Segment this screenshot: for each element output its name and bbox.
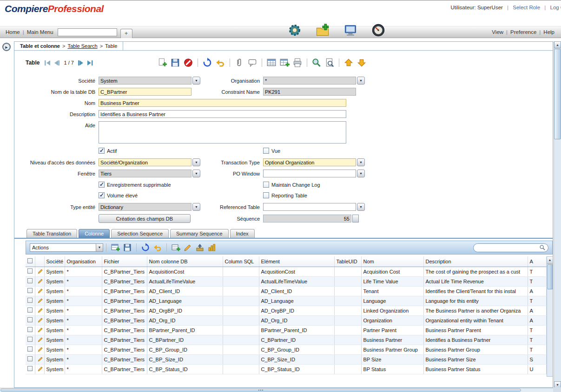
grid-save-icon[interactable] [123,243,132,252]
chat-icon[interactable] [247,58,257,68]
table-row[interactable]: System*C_BPartner_TiersAD_Client_IDAD_Cl… [26,286,546,296]
select-role-link[interactable]: Select Role [513,5,540,10]
table-db-field[interactable] [99,88,191,96]
table-row[interactable]: System*C_BPartner_TiersAD_OrgBP_IDAD_Org… [26,306,546,315]
row-select-checkbox[interactable] [27,356,33,361]
last-record-icon[interactable] [86,59,94,66]
row-edit-icon[interactable] [37,317,44,323]
parent-record-icon[interactable] [343,58,354,68]
po-window-dropdown-button[interactable]: ▼ [357,170,365,177]
fenetre-field[interactable] [99,170,191,177]
tab-colonne[interactable]: Colonne [79,229,110,238]
nom-field[interactable] [99,99,346,107]
row-edit-icon[interactable] [37,297,44,304]
tab-table-translation[interactable]: Table Translation [26,229,77,238]
search-icon[interactable] [539,244,546,251]
detail-record-icon[interactable] [356,58,367,68]
find-icon[interactable] [311,58,322,68]
table-row[interactable]: System*C_BPartner_TiersBPartner_Parent_I… [26,325,546,335]
change-log-checkbox[interactable] [263,182,269,188]
referenced-table-dropdown-button[interactable]: ▼ [357,203,365,211]
column-header-description[interactable]: Description [423,256,528,267]
transaction-type-dropdown-button[interactable]: ▼ [357,158,365,166]
societe-dropdown-button[interactable]: ▼ [192,77,200,85]
niveau-acces-dropdown-button[interactable]: ▼ [192,158,200,166]
row-select-checkbox[interactable] [27,327,33,332]
referenced-table-field[interactable] [263,203,356,211]
undo-icon[interactable] [215,58,225,68]
preference-link[interactable]: Preference [510,29,536,35]
grid-new-record-icon[interactable] [111,243,120,252]
tab-index[interactable]: Index [230,229,255,238]
table-row[interactable]: System*C_BPartner_TiersC_BP_Status_IDC_B… [26,364,546,374]
transaction-type-field[interactable] [263,158,356,166]
table-row[interactable]: System*C_BPartner_TiersC_BP_Size_IDC_BP_… [26,354,546,364]
niveau-acces-field[interactable] [99,158,191,166]
grid-refresh-icon[interactable] [141,243,150,252]
table-row[interactable]: System*C_BPartner_TiersAcquisitionCostAc… [26,267,546,276]
aide-field[interactable] [99,121,346,144]
process-icon[interactable] [343,23,358,38]
row-edit-icon[interactable] [37,366,44,372]
menu-search-input[interactable] [58,28,117,36]
column-header-a[interactable]: A [528,256,546,267]
constraint-name-field[interactable] [263,88,356,96]
table-scrollbar-thumb[interactable] [548,264,553,289]
type-entite-dropdown-button[interactable]: ▼ [192,203,200,211]
grid-new-icon[interactable] [279,58,290,68]
row-select-checkbox[interactable] [27,317,33,322]
view-link[interactable]: View [492,29,503,35]
vertical-scrollbar-thumb[interactable] [554,49,561,139]
edit-record-icon[interactable] [183,243,192,252]
volume-eleve-checkbox[interactable] [99,192,105,198]
table-scroll-up-icon[interactable]: ▲ [547,257,553,264]
row-select-checkbox[interactable] [27,307,33,313]
previous-record-icon[interactable] [53,59,60,66]
next-record-icon[interactable] [77,59,85,66]
sidebar-expand-button[interactable]: ▸ [2,43,11,51]
attachment-icon[interactable] [234,58,244,68]
societe-field[interactable] [99,77,191,85]
row-select-checkbox[interactable] [27,366,33,371]
page-vertical-scrollbar[interactable]: ▲ ▼ [554,41,561,388]
row-edit-icon[interactable] [37,327,44,333]
new-record-window-icon[interactable] [315,23,330,38]
delete-record-icon[interactable] [183,58,193,68]
add-tab-button[interactable]: + [120,29,132,38]
tab-selection-sequence[interactable]: Selection Sequence [111,229,169,238]
grid-undo-icon[interactable] [153,243,162,252]
log-off-link[interactable]: Log Off [550,5,561,10]
save-icon[interactable] [170,58,180,68]
column-header-column-sql[interactable]: Column SQL [223,256,259,267]
row-select-checkbox[interactable] [27,288,33,293]
row-select-checkbox[interactable] [27,278,33,283]
row-select-checkbox[interactable] [27,268,33,274]
table-row[interactable]: System*C_BPartner_TiersActualLifeTimeVal… [26,276,546,286]
row-select-checkbox[interactable] [27,346,33,352]
insert-record-icon[interactable] [171,243,180,252]
home-link[interactable]: Home [6,29,20,35]
supprimable-checkbox[interactable] [99,182,105,188]
table-row[interactable]: System*C_BPartner_TiersC_BP_Group_IDC_BP… [26,345,546,354]
column-header-element[interactable]: Elément [259,256,334,267]
column-header-societe[interactable]: Société [44,256,65,267]
actif-checkbox[interactable] [99,148,105,154]
table-row[interactable]: System*C_BPartner_TiersAD_Org_IDAD_Org_I… [26,315,546,325]
reporting-table-checkbox[interactable] [263,192,269,198]
row-select-checkbox[interactable] [27,337,33,342]
row-edit-icon[interactable] [37,307,44,314]
column-header-nom-colonne-db[interactable]: Nom colonne DB [147,256,223,267]
organisation-dropdown-button[interactable]: ▼ [357,77,365,85]
help-link[interactable]: Help [543,29,554,35]
scroll-up-icon[interactable]: ▲ [554,41,561,48]
actions-dropdown[interactable]: Actions ▼ [30,243,103,252]
print-icon[interactable] [292,58,303,68]
column-header-tableuid[interactable]: TableUID [334,256,361,267]
new-record-icon[interactable] [157,58,167,68]
grid-search-input[interactable] [477,245,539,250]
breadcrumb-link-table-search[interactable]: Table Search [67,43,97,49]
sequence-calculator-button[interactable] [352,215,359,222]
description-field[interactable] [99,110,346,118]
row-edit-icon[interactable] [37,346,44,353]
select-all-checkbox[interactable] [27,258,33,263]
